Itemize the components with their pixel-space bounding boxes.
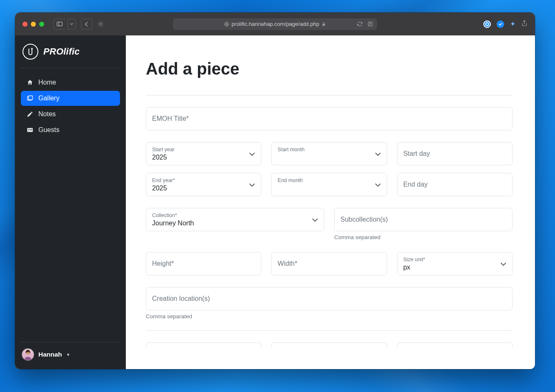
start-month-select[interactable]: Start month <box>271 142 387 165</box>
page-title: Add a piece <box>146 60 512 78</box>
size-unit-select[interactable]: Size unit* px <box>397 252 512 275</box>
globe-icon <box>224 22 229 27</box>
brand-name: PROlific <box>43 46 80 57</box>
svg-point-16 <box>28 129 30 130</box>
pencil-icon <box>27 111 33 117</box>
svg-rect-14 <box>29 96 32 100</box>
start-day-placeholder: Start day <box>403 150 506 157</box>
collection-select[interactable]: Collection* Journey North <box>146 208 324 231</box>
width-input[interactable]: Width* <box>271 252 387 275</box>
extension-1password-icon[interactable] <box>483 20 491 28</box>
urlbar-actions <box>357 21 373 27</box>
brand-logo-icon <box>22 44 38 60</box>
svg-rect-17 <box>30 129 32 130</box>
browser-window: prolific.hannahap.com/page/add.php ✦ <box>15 12 535 369</box>
avatar <box>22 348 34 361</box>
sidebar-item-guests[interactable]: Guests <box>21 122 120 137</box>
sidebar-divider <box>21 68 120 68</box>
titlebar-right: ✦ <box>483 20 528 28</box>
window-controls <box>22 22 44 27</box>
partial-field[interactable] <box>271 342 387 347</box>
sidebar-item-home[interactable]: Home <box>21 75 120 90</box>
subcollection-helper: Comma separated <box>334 234 512 240</box>
start-month-label: Start month <box>278 147 380 153</box>
id-card-icon <box>27 127 33 133</box>
subcollection-placeholder: Subcollection(s) <box>340 216 506 223</box>
chevron-down-icon <box>70 23 73 25</box>
end-month-label: End month <box>278 177 380 184</box>
settings-button[interactable] <box>95 19 106 30</box>
end-year-value: 2025 <box>152 185 255 192</box>
height-input[interactable]: Height* <box>146 252 261 275</box>
divider <box>146 330 512 331</box>
browser-titlebar: prolific.hannahap.com/page/add.php ✦ <box>15 12 535 35</box>
app-root: PROlific Home Gallery <box>15 35 535 369</box>
brand[interactable]: PROlific <box>21 41 120 67</box>
reader-icon[interactable] <box>368 21 373 27</box>
sidebar-item-label: Notes <box>38 110 56 118</box>
sidebar-item-label: Gallery <box>38 95 60 102</box>
start-month-value <box>278 154 380 161</box>
maximize-window-button[interactable] <box>39 22 44 27</box>
gear-icon <box>98 21 104 27</box>
end-year-select[interactable]: End year* 2025 <box>146 173 261 196</box>
close-window-button[interactable] <box>22 22 28 27</box>
sidebar-dropdown-button[interactable] <box>68 19 76 30</box>
lock-icon <box>322 22 326 27</box>
height-placeholder: Height* <box>152 260 255 267</box>
size-unit-label: Size unit* <box>403 257 506 263</box>
collection-value: Journey North <box>152 220 318 227</box>
divider <box>146 95 512 95</box>
width-placeholder: Width* <box>278 260 380 267</box>
start-year-select[interactable]: Start year 2025 <box>146 142 261 165</box>
gallery-icon <box>27 95 33 102</box>
sidebar-toggle-button[interactable] <box>53 19 65 30</box>
sidebar-item-label: Guests <box>38 126 60 134</box>
chevron-down-icon <box>312 216 318 223</box>
extension-sparkle-icon[interactable]: ✦ <box>510 20 515 28</box>
url-bar[interactable]: prolific.hannahap.com/page/add.php <box>173 18 377 30</box>
start-day-input[interactable]: Start day <box>397 142 512 165</box>
title-placeholder: EMOH Title* <box>152 115 506 122</box>
start-year-value: 2025 <box>152 154 255 161</box>
sidebar: PROlific Home Gallery <box>15 35 126 369</box>
toolbar-group <box>53 19 106 30</box>
reload-icon[interactable] <box>357 21 362 27</box>
share-button[interactable] <box>521 20 528 28</box>
user-name: Hannah <box>38 351 62 358</box>
back-button[interactable] <box>81 19 92 30</box>
end-month-value <box>278 185 380 192</box>
end-year-label: End year* <box>152 177 255 184</box>
chevron-down-icon <box>500 260 506 267</box>
start-year-label: Start year <box>152 147 255 153</box>
title-input[interactable]: EMOH Title* <box>146 107 512 130</box>
chevron-down-icon <box>249 150 255 157</box>
end-day-placeholder: End day <box>403 181 506 188</box>
chevron-down-icon <box>375 150 381 157</box>
minimize-window-button[interactable] <box>31 22 36 27</box>
nav: Home Gallery Notes <box>21 75 120 137</box>
sidebar-item-gallery[interactable]: Gallery <box>21 91 120 106</box>
end-day-input[interactable]: End day <box>397 173 512 196</box>
svg-point-10 <box>486 23 488 25</box>
caret-down-icon: ▼ <box>66 352 70 357</box>
svg-point-2 <box>100 23 101 25</box>
extension-check-icon[interactable] <box>497 20 504 28</box>
sidebar-icon <box>57 22 62 26</box>
chevron-down-icon <box>375 181 381 188</box>
partial-field[interactable] <box>146 342 261 347</box>
svg-rect-15 <box>27 128 32 132</box>
end-month-select[interactable]: End month <box>271 173 387 196</box>
collection-label: Collection* <box>152 212 318 219</box>
svg-point-12 <box>31 48 33 50</box>
sidebar-item-notes[interactable]: Notes <box>21 107 120 122</box>
chevron-down-icon <box>249 181 255 188</box>
user-menu[interactable]: Hannah ▼ <box>21 342 120 363</box>
svg-rect-18 <box>30 130 32 130</box>
url-text: prolific.hannahap.com/page/add.php <box>232 21 319 27</box>
partial-field[interactable] <box>397 342 512 347</box>
home-icon <box>27 79 33 86</box>
creation-location-placeholder: Creation location(s) <box>152 295 506 302</box>
creation-location-input[interactable]: Creation location(s) <box>146 287 512 310</box>
subcollection-input[interactable]: Subcollection(s) <box>334 208 512 231</box>
